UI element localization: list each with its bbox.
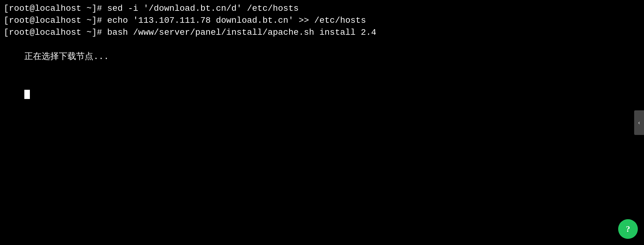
help-fab-button[interactable]: ? (618, 219, 638, 239)
chevron-left-icon: ‹ (638, 119, 640, 126)
terminal-window[interactable]: [root@localhost ~]# sed -i '/download.bt… (0, 0, 644, 245)
terminal-line-1: [root@localhost ~]# sed -i '/download.bt… (4, 2, 640, 14)
terminal-line-2: [root@localhost ~]# echo '113.107.111.78… (4, 14, 640, 26)
terminal-cursor (24, 90, 30, 99)
terminal-line-4: 正在选择下载节点... (4, 39, 640, 75)
help-icon: ? (626, 224, 630, 234)
terminal-line-3: [root@localhost ~]# bash /www/server/pan… (4, 26, 640, 38)
terminal-cursor-line (4, 75, 640, 111)
sidebar-toggle-button[interactable]: ‹ (634, 110, 644, 135)
